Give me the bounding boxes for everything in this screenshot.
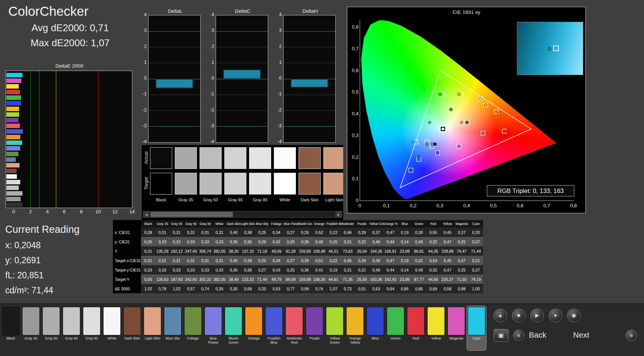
next-button[interactable]: Next <box>573 330 589 339</box>
table-cell: 0,41 <box>312 265 326 275</box>
deltae-bar <box>14 73 23 77</box>
patch-button-green[interactable]: Green <box>386 306 405 350</box>
scroll-left-icon[interactable]: ◂ <box>143 211 150 217</box>
patch-button-yellow-green[interactable]: Yellow Green <box>325 306 344 350</box>
patch-button-black[interactable]: Black <box>1 306 20 350</box>
patch-color-swatch <box>6 112 14 117</box>
table-cell: 0,31 <box>412 256 426 265</box>
actual-swatch <box>299 147 321 169</box>
table-cell: 0,43 <box>269 265 284 275</box>
patch-color <box>265 307 283 335</box>
scroll-right-icon[interactable]: ▸ <box>335 211 342 217</box>
y-tick-label: -4 <box>274 139 282 144</box>
y-tick-label: 0,4 <box>349 111 359 116</box>
table-cell: 0,49 <box>412 237 426 246</box>
x-tick-label: 0 <box>10 209 17 214</box>
swatch-label: Black <box>150 198 172 202</box>
grid-line <box>149 63 200 63</box>
deltae-bar <box>14 180 20 184</box>
deltal-plot <box>148 15 201 143</box>
patch-button-blue[interactable]: Blue <box>366 306 385 350</box>
table-cell: 0,31 <box>341 237 355 246</box>
column-header: Moderate Red <box>341 220 355 228</box>
table-cell: 0,42 <box>269 237 284 246</box>
grid-line <box>216 63 268 63</box>
table-cell: 0,29 <box>355 256 369 265</box>
patch-button-cyan[interactable]: Cyan <box>467 306 486 350</box>
patch-button-gray-65[interactable]: Gray 65 <box>62 306 81 350</box>
power-button[interactable]: ◉ <box>567 309 581 322</box>
scrollbar-thumb[interactable] <box>150 212 233 217</box>
patch-button-blue-sky[interactable]: Blue Sky <box>163 306 182 350</box>
y-tick-label: 3 <box>207 28 214 33</box>
table-cell: 45,51 <box>326 246 341 256</box>
measured-point <box>460 121 463 124</box>
record-button[interactable]: ● <box>549 309 562 322</box>
table-cell: 159,85 <box>298 246 312 256</box>
patch-button-light-skin[interactable]: Light Skin <box>143 306 162 350</box>
x-tick-label: 0,4 <box>461 203 472 208</box>
patch-button-gray-50[interactable]: Gray 50 <box>42 306 61 350</box>
table-cell: 382,05 <box>212 275 227 284</box>
patch-color <box>22 307 40 335</box>
limit-line <box>149 126 200 127</box>
swatch-scrollbar[interactable]: ◂ ▸ <box>143 211 342 218</box>
table-cell: 382,05 <box>212 246 227 256</box>
patch-button-gray-35[interactable]: Gray 35 <box>21 306 41 350</box>
table-cell: 162,42 <box>383 275 398 284</box>
patch-color-swatch <box>6 135 14 139</box>
table-cell: 0,54 <box>426 256 440 265</box>
patch-button-yellow[interactable]: Yellow <box>426 306 446 350</box>
patch-button-moderate-red[interactable]: Moderate Red <box>285 306 304 350</box>
patch-color-swatch <box>6 73 14 77</box>
column-header: Gray 35 <box>155 220 170 228</box>
table-cell: 0,36 <box>241 265 255 275</box>
patch-button-foliage[interactable]: Foliage <box>183 306 203 350</box>
table-cell: 87,77 <box>412 275 426 284</box>
deltae-row <box>6 134 132 140</box>
patch-button-dark-skin[interactable]: Dark Skin <box>123 306 142 350</box>
scrollbar-track[interactable] <box>150 211 335 217</box>
table-cell: 159,98 <box>298 275 312 284</box>
patch-color <box>103 307 121 335</box>
patch-button-orange[interactable]: Orange <box>244 306 263 350</box>
actual-swatch <box>175 147 197 169</box>
patch-color-swatch <box>6 157 14 162</box>
patch-button-magenta[interactable]: Magenta <box>447 306 466 350</box>
table-cell: 0,47 <box>440 265 455 275</box>
table-cell: 74,47 <box>455 246 469 256</box>
patch-color <box>468 307 485 335</box>
back-button[interactable]: Back <box>529 330 546 339</box>
limit-line <box>216 31 268 32</box>
chevron-right-icon[interactable]: » <box>626 330 637 341</box>
y-tick-label: -2 <box>207 107 214 113</box>
table-cell: 0,74 <box>312 284 326 293</box>
patch-button-white[interactable]: White <box>102 306 122 350</box>
y-tick-label: 2 <box>207 44 214 49</box>
display-icon[interactable]: ▣ <box>494 329 509 342</box>
chevron-left-icon[interactable]: « <box>513 330 524 341</box>
patch-button-bluish-green[interactable]: Bluish Green <box>224 306 243 350</box>
row-header: Target x:CIE31 <box>113 256 141 265</box>
stop-button[interactable]: ■ <box>512 309 525 322</box>
table-cell: 25,04 <box>355 246 369 256</box>
measurement-table: BlackGray 35Gray 50Gray 65Gray 80WhiteDa… <box>113 220 483 293</box>
table-cell: 44,91 <box>326 275 341 284</box>
patch-button-orange-yellow[interactable]: Orange Yellow <box>345 306 365 350</box>
table-cell: 192,12 <box>170 246 184 256</box>
thumbnail-target-marker <box>553 45 559 51</box>
eject-button[interactable]: ▲ <box>494 309 507 322</box>
patch-button-blue-flower[interactable]: Blue Flower <box>204 306 223 350</box>
table-cell: 0,49 <box>412 265 426 275</box>
patch-button-red[interactable]: Red <box>406 306 425 350</box>
patch-button-label: Bluish Green <box>225 336 242 345</box>
patch-button-purple[interactable]: Purple <box>305 306 324 350</box>
patch-button-gray-80[interactable]: Gray 80 <box>82 306 101 350</box>
table-cell: 44,35 <box>426 246 440 256</box>
patch-button-purplish-blue[interactable]: Purplish Blue <box>264 306 284 350</box>
target-swatch <box>200 173 222 195</box>
table-cell: 108,30 <box>312 275 326 284</box>
play-button[interactable]: ▶ <box>530 309 544 322</box>
limit-line <box>284 126 335 127</box>
table-cell: 0,26 <box>298 256 312 265</box>
